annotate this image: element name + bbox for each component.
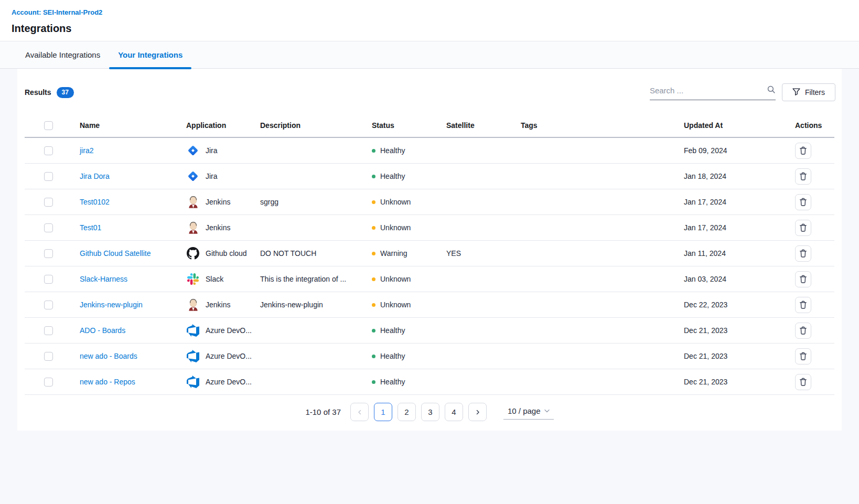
updated-at: Jan 03, 2024 (684, 275, 787, 283)
row-checkbox[interactable] (44, 301, 53, 309)
search-input[interactable] (650, 86, 767, 95)
delete-button[interactable] (795, 245, 811, 262)
pagination-range: 1-10 of 37 (305, 408, 341, 416)
account-breadcrumb[interactable]: Account: SEI-Internal-Prod2 (12, 8, 102, 16)
delete-button[interactable] (795, 220, 811, 236)
trash-icon (799, 275, 807, 283)
table-row: Jenkins-new-plugin Jenkins Jenkins-new-p… (25, 292, 834, 318)
pagination-page-1[interactable]: 1 (374, 403, 392, 421)
select-all-checkbox[interactable] (44, 121, 53, 130)
chevron-left-icon (356, 409, 363, 416)
pagination-page-3[interactable]: 3 (421, 403, 439, 421)
integration-name-link[interactable]: jira2 (80, 146, 93, 155)
updated-at: Jan 18, 2024 (684, 172, 787, 180)
jira-icon (186, 169, 200, 183)
application-label: Jira (206, 172, 218, 180)
chevron-down-icon (544, 409, 550, 413)
integration-name-link[interactable]: Jira Dora (80, 172, 110, 180)
table-row: Test01 Jenkins Unknown Jan 17, 2024 (25, 215, 834, 241)
row-checkbox[interactable] (44, 352, 53, 361)
pagination-page-4[interactable]: 4 (445, 403, 463, 421)
integration-name-link[interactable]: Github Cloud Satellite (80, 249, 151, 258)
pagination-page-2[interactable]: 2 (398, 403, 416, 421)
satellite-value: YES (446, 249, 521, 258)
integration-name-link[interactable]: Test0102 (80, 198, 110, 206)
status-label: Unknown (380, 223, 411, 232)
column-header-tags: Tags (521, 121, 684, 130)
pagination-prev-button[interactable] (350, 403, 369, 421)
table-body: jira2 Jira Healthy Feb 09, 2024 Jira Dor… (25, 138, 834, 395)
trash-icon (799, 352, 807, 360)
status-dot (372, 380, 375, 384)
status-label: Unknown (380, 275, 411, 283)
row-checkbox[interactable] (44, 146, 53, 155)
status-dot (372, 175, 375, 178)
integrations-table: Name Application Description Status Sate… (25, 114, 834, 395)
column-header-updated-at: Updated At (684, 121, 787, 130)
updated-at: Dec 22, 2023 (684, 301, 787, 309)
application-label: Jenkins (206, 223, 230, 232)
updated-at: Jan 11, 2024 (684, 249, 787, 258)
jenkins-icon (186, 195, 200, 209)
row-checkbox[interactable] (44, 172, 53, 181)
row-checkbox[interactable] (44, 223, 53, 232)
tab-available-integrations[interactable]: Available Integrations (16, 41, 109, 68)
application-label: Azure DevO... (206, 326, 252, 335)
row-checkbox[interactable] (44, 378, 53, 387)
delete-button[interactable] (795, 323, 811, 339)
trash-icon (799, 172, 807, 180)
integration-name-link[interactable]: Test01 (80, 223, 101, 232)
delete-button[interactable] (795, 374, 811, 390)
page-header: Account: SEI-Internal-Prod2 Integrations (0, 0, 859, 41)
status-dot (372, 277, 375, 281)
results-count-badge: 37 (57, 87, 74, 98)
delete-button[interactable] (795, 194, 811, 210)
delete-button[interactable] (795, 143, 811, 159)
trash-icon (799, 146, 807, 155)
jenkins-icon (186, 298, 200, 312)
page-size-select[interactable]: 10 / page (503, 404, 554, 420)
azure-icon (186, 324, 200, 337)
integration-name-link[interactable]: new ado - Boards (80, 352, 137, 360)
filters-label: Filters (805, 88, 825, 96)
integration-name-link[interactable]: Slack-Harness (80, 275, 127, 283)
page-body: Results 37 Filters (0, 69, 859, 431)
row-checkbox[interactable] (44, 275, 53, 284)
integration-name-link[interactable]: new ado - Repos (80, 378, 135, 386)
status-label: Healthy (380, 326, 405, 335)
trash-icon (799, 378, 807, 386)
description-text: This is the integration of ... (260, 275, 372, 283)
delete-button[interactable] (795, 271, 811, 287)
jenkins-icon (186, 221, 200, 234)
table-row: new ado - Boards Azure DevO... Healthy D… (25, 344, 834, 369)
row-checkbox[interactable] (44, 326, 53, 335)
integration-name-link[interactable]: Jenkins-new-plugin (80, 301, 143, 309)
row-checkbox[interactable] (44, 198, 53, 207)
github-icon (186, 246, 200, 260)
status-label: Healthy (380, 146, 405, 155)
trash-icon (799, 249, 807, 258)
status-dot (372, 303, 375, 307)
filters-button[interactable]: Filters (782, 83, 835, 101)
pagination-next-button[interactable] (468, 403, 487, 421)
slack-icon (186, 272, 200, 286)
search-icon (767, 85, 776, 96)
tab-your-integrations[interactable]: Your Integrations (109, 41, 191, 68)
status-label: Warning (380, 249, 407, 258)
integration-name-link[interactable]: ADO - Boards (80, 326, 125, 335)
status-label: Healthy (380, 352, 405, 360)
table-row: Github Cloud Satellite Github cloud DO N… (25, 241, 834, 266)
trash-icon (799, 301, 807, 309)
delete-button[interactable] (795, 168, 811, 185)
application-label: Azure DevO... (206, 352, 252, 360)
status-dot (372, 226, 375, 230)
status-label: Healthy (380, 172, 405, 180)
description-text: sgrgg (260, 198, 372, 206)
delete-button[interactable] (795, 348, 811, 364)
row-checkbox[interactable] (44, 249, 53, 258)
trash-icon (799, 198, 807, 206)
status-dot (372, 149, 375, 153)
delete-button[interactable] (795, 297, 811, 313)
application-label: Jenkins (206, 301, 230, 309)
column-header-actions: Actions (787, 121, 834, 130)
